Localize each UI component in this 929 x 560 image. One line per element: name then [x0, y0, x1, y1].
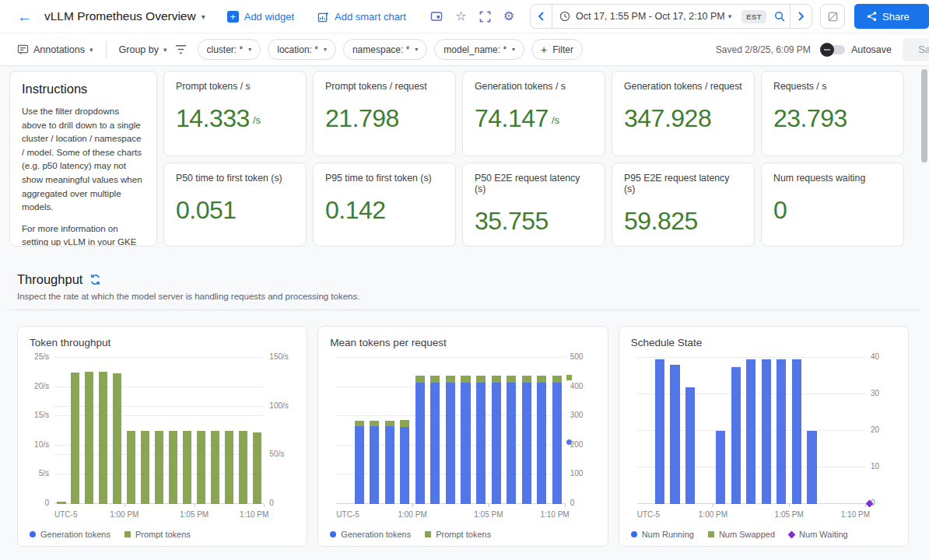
tv-mode-icon[interactable]	[424, 8, 449, 25]
annotations-caret-icon: ▾	[89, 46, 93, 54]
filter-list-icon[interactable]	[172, 41, 190, 58]
group-by-button[interactable]: Group by ▾	[114, 41, 172, 58]
bar-generation-tokens	[355, 426, 364, 504]
save-button[interactable]: Save	[903, 38, 929, 61]
fullscreen-icon[interactable]	[473, 9, 497, 25]
scorecard-label: Requests / s	[773, 81, 892, 92]
scorecard-value: 59.825	[624, 207, 698, 236]
y-axis-tick-label: 50/s	[269, 450, 284, 458]
y-axis-tick-label: 150/s	[269, 353, 288, 361]
y-axis-tick-label: 300	[570, 411, 584, 419]
x-axis-tick-label: 1:10 PM	[540, 510, 569, 519]
chart-legend: Generation tokensPrompt tokens	[330, 530, 595, 539]
add-smart-chart-button[interactable]: Add smart chart	[316, 8, 408, 26]
auto-refresh-off-button[interactable]	[820, 4, 845, 29]
time-range-selector[interactable]: Oct 17, 1:55 PM - Oct 17, 2:10 PM ▾	[552, 5, 738, 28]
scorecard-p95-e2e-request-latency-s: P95 E2E request latency (s)59.825	[612, 163, 755, 247]
filter-chip-model-name[interactable]: model_name: *▾	[434, 39, 524, 60]
bar-num-running	[670, 365, 679, 504]
scorecard-p50-time-to-first-token-s: P50 time to first token (s)0.051	[163, 163, 307, 247]
scorecard-label: P95 E2E request latency (s)	[624, 173, 742, 194]
bar-generation-tokens	[507, 383, 516, 504]
legend-item-num-swapped[interactable]: Num Swapped	[708, 530, 775, 539]
y-axis-tick-label: 0	[269, 499, 274, 507]
scorecard-generation-tokens-s: Generation tokens / s74.147/s	[462, 71, 605, 156]
bar-generation-tokens	[492, 383, 501, 504]
time-prev-button[interactable]	[531, 5, 552, 28]
bar-prompt-tokens	[400, 420, 409, 427]
y-axis-tick-label: 5/s	[39, 470, 49, 478]
x-axis-tick-label: 1:00 PM	[398, 510, 426, 519]
chart-legend: Num RunningNum SwappedNum Waiting	[631, 530, 896, 539]
chart-title: Mean tokens per request	[330, 337, 595, 348]
legend-diamond-marker	[788, 530, 796, 538]
chip-caret-icon: ▾	[415, 46, 418, 53]
legend-item-num-running[interactable]: Num Running	[631, 530, 694, 539]
back-button[interactable]: ←	[12, 9, 37, 24]
chart-mean-tokens-per-request: Mean tokens per request 5004003002001000…	[317, 326, 608, 547]
autosave-toggle[interactable]	[822, 45, 845, 54]
scorecard-label: Num requests waiting	[773, 173, 892, 184]
clock-icon	[559, 11, 570, 22]
chart-plot-area[interactable]: 5004003002001000	[336, 358, 564, 504]
chart-plot-area[interactable]: 25/s20/s15/s10/s5/s0150/s100/s50/s0	[54, 358, 264, 504]
legend-item-num-waiting[interactable]: Num Waiting	[789, 530, 848, 539]
chart-title: Schedule State	[631, 337, 896, 348]
annotations-icon	[17, 44, 29, 55]
annotations-button[interactable]: Annotations ▾	[12, 40, 98, 58]
y-axis-tick-label: 500	[570, 353, 584, 361]
y-axis-tick-label: 25/s	[34, 353, 49, 361]
legend-item-prompt-tokens[interactable]: Prompt tokens	[124, 530, 191, 539]
bar-prompt-tokens	[113, 373, 121, 504]
legend-item-generation-tokens[interactable]: Generation tokens	[30, 530, 110, 539]
legend-item-prompt-tokens[interactable]: Prompt tokens	[425, 530, 491, 539]
chart-plot-area[interactable]: 403020100	[637, 358, 865, 504]
y-axis-tick-label: 0	[570, 499, 575, 507]
saved-timestamp: Saved 2/8/25, 6:09 PM	[716, 44, 811, 55]
x-axis-tick-label: 1:05 PM	[474, 510, 503, 519]
chart-legend: Generation tokensPrompt tokens	[30, 530, 295, 539]
y-axis-tick-label: 400	[570, 383, 584, 390]
gridline	[637, 357, 865, 358]
title-dropdown-icon[interactable]: ▾	[202, 12, 205, 21]
chart-x-axis: UTC-51:00 PM1:05 PM1:10 PM	[54, 510, 264, 520]
filter-chip-location[interactable]: location: *▾	[268, 39, 336, 60]
bar-prompt-tokens	[85, 372, 93, 504]
share-button[interactable]: Share	[854, 4, 929, 29]
bar-generation-tokens	[537, 383, 546, 504]
series-end-marker	[566, 375, 572, 380]
filter-chip-namespace[interactable]: namespace: *▾	[343, 39, 427, 60]
scorecard-unit: /s	[253, 114, 261, 126]
bar-prompt-tokens	[169, 431, 177, 504]
plus-icon: +	[541, 44, 547, 56]
scorecard-label: P50 time to first token (s)	[176, 173, 294, 184]
scorecard-prompt-tokens-request: Prompt tokens / request21.798	[313, 71, 456, 156]
chip-caret-icon: ▾	[324, 46, 327, 53]
bar-prompt-tokens	[211, 431, 219, 504]
settings-gear-icon[interactable]: ⚙	[497, 8, 521, 25]
smart-chart-icon	[317, 11, 329, 23]
bar-prompt-tokens	[476, 376, 486, 383]
time-search-button[interactable]	[769, 5, 790, 28]
bar-generation-tokens	[476, 383, 486, 504]
scorecard-label: P50 E2E request latency (s)	[475, 173, 593, 194]
add-filter-chip[interactable]: +Filter	[531, 39, 583, 60]
bar-prompt-tokens	[492, 376, 501, 383]
x-axis-tick-label: 1:05 PM	[775, 510, 804, 519]
x-axis-tickmark	[789, 504, 790, 507]
scorecard-label: Generation tokens / s	[475, 81, 593, 92]
scorecard-label: Generation tokens / request	[624, 81, 742, 92]
y-axis-tick-label: 40	[871, 353, 879, 361]
chart-token-throughput: Token throughput 25/s20/s15/s10/s5/s0150…	[17, 326, 307, 547]
scorecard-unit: /s	[552, 114, 559, 126]
sync-icon[interactable]	[89, 274, 101, 285]
time-next-button[interactable]	[791, 5, 812, 28]
legend-item-generation-tokens[interactable]: Generation tokens	[330, 530, 411, 539]
bar-prompt-tokens	[461, 376, 470, 383]
scrollbar-thumb[interactable]	[921, 69, 927, 163]
star-icon[interactable]: ☆	[449, 8, 472, 25]
legend-square-marker	[708, 531, 714, 537]
y-axis-tick-label: 30	[871, 390, 879, 397]
add-widget-button[interactable]: + Add widget	[226, 8, 296, 26]
filter-chip-cluster[interactable]: cluster: *▾	[198, 39, 261, 60]
